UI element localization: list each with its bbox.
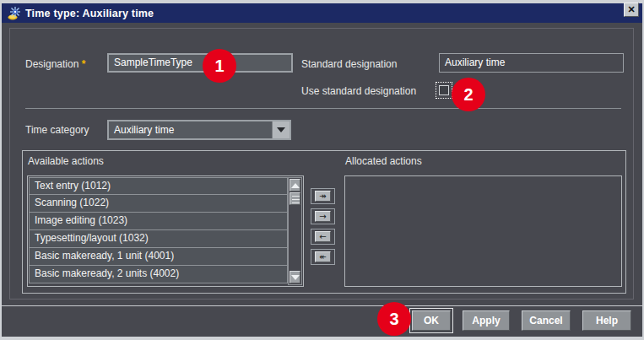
checkbox-box-icon [439, 85, 449, 95]
scroll-down-button[interactable] [290, 271, 300, 283]
available-actions-list: Text entry (1012)Scanning (1022)Image ed… [27, 175, 304, 287]
standard-designation-label: Standard designation [301, 58, 397, 70]
scroll-thumb[interactable] [290, 192, 300, 205]
help-button[interactable]: Help [582, 310, 631, 331]
use-standard-designation-label: Use standard designation [301, 85, 416, 97]
chevron-down-icon [277, 127, 285, 132]
designation-input[interactable]: SampleTimeType [107, 53, 293, 73]
page-title: Time type: Auxiliary time [25, 8, 154, 19]
move-all-right-button[interactable]: ↠ [315, 191, 331, 202]
close-icon: ✕ [627, 4, 635, 15]
annotation-badge-3: 3 [377, 302, 411, 336]
annotation-badge-2: 2 [452, 78, 485, 111]
list-item[interactable]: Basic makeready, 1 unit (4001) [29, 248, 288, 266]
list-item[interactable]: Image editing (1023) [29, 213, 288, 230]
arrow-up-icon [291, 183, 300, 188]
transfer-buttons: ↠ → ← ↞ [311, 188, 335, 265]
list-item[interactable]: Text entry (1012) [29, 177, 288, 195]
scroll-up-button[interactable] [290, 179, 300, 192]
time-type-icon [8, 6, 22, 20]
allocated-actions-list[interactable] [344, 175, 622, 287]
cancel-button[interactable]: Cancel [522, 310, 571, 331]
available-actions-rows: Text entry (1012)Scanning (1022)Image ed… [29, 177, 288, 283]
list-item[interactable]: Typesetting/layout (1032) [29, 230, 288, 248]
dialog-body: Designation * SampleTimeType Standard de… [2, 23, 642, 337]
scrollbar[interactable] [288, 177, 302, 285]
move-all-left-button[interactable]: ↞ [315, 251, 331, 262]
list-item[interactable]: Scanning (1022) [29, 195, 288, 213]
list-item[interactable]: Basic makeready, 2 units (4002) [29, 266, 288, 283]
use-standard-designation-checkbox[interactable] [436, 82, 452, 99]
ok-button[interactable]: OK [412, 310, 451, 331]
required-asterisk: * [82, 58, 86, 70]
move-left-button[interactable]: ← [315, 231, 331, 242]
footer-divider [2, 305, 642, 306]
arrow-down-icon [291, 275, 300, 280]
annotation-badge-1: 1 [203, 49, 236, 83]
time-category-dropdown[interactable]: Auxiliary time [107, 120, 291, 140]
close-button[interactable]: ✕ [624, 3, 639, 17]
allocated-actions-label: Allocated actions [345, 155, 422, 167]
designation-label: Designation * [25, 58, 85, 70]
footer-button-bar: OK Apply Cancel Help [412, 310, 631, 331]
dropdown-arrow-button[interactable] [272, 121, 290, 138]
move-right-button[interactable]: → [315, 211, 331, 222]
title-bar: Time type: Auxiliary time [2, 3, 642, 23]
standard-designation-input[interactable]: Auxiliary time [439, 53, 624, 73]
section-divider [25, 108, 621, 109]
available-actions-label: Available actions [28, 155, 104, 167]
apply-button[interactable]: Apply [463, 310, 510, 331]
time-category-label: Time category [25, 124, 89, 136]
dialog-window: Time type: Auxiliary time ✕ Designation … [0, 0, 644, 340]
